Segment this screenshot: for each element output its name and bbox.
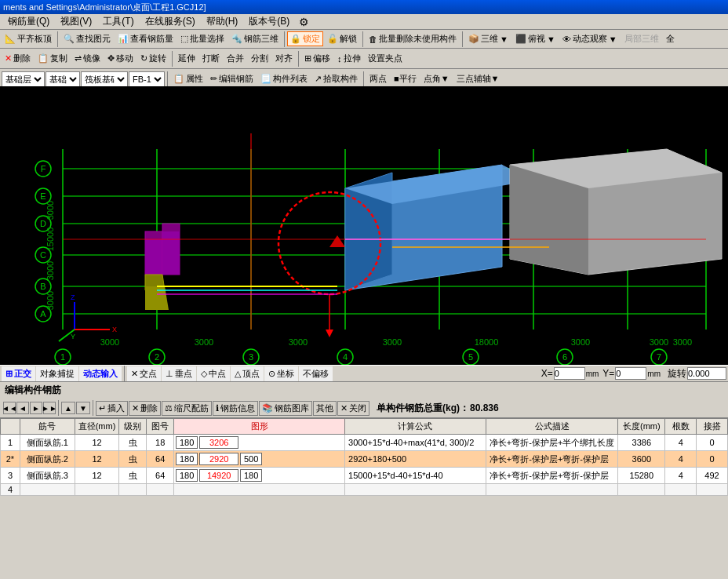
mid-icon: ◇ [201, 369, 207, 379]
nav-last-btn[interactable]: ►► [43, 402, 56, 414]
cell-shape[interactable] [174, 484, 345, 496]
three-point-axis-btn[interactable]: 三点辅轴▼ [453, 71, 503, 86]
merge-btn[interactable]: 合并 [224, 51, 247, 66]
pick-icon: ↗ [315, 74, 322, 84]
move-down-btn[interactable]: ▼ [76, 402, 90, 414]
view-rebar-qty-btn[interactable]: 📊 查看钢筋量 [115, 31, 177, 46]
parallel-btn[interactable]: ■平行 [391, 71, 420, 86]
stretch-btn[interactable]: ↕ 拉伸 [334, 51, 364, 66]
perp-btn[interactable]: ⊥ 垂点 [162, 366, 196, 381]
level-align-btn[interactable]: 📐 平齐板顶 [2, 31, 55, 46]
move-btn[interactable]: ✥ 移动 [104, 51, 136, 66]
svg-text:15000: 15000 [46, 228, 55, 252]
split-btn[interactable]: 分割 [248, 51, 271, 66]
shape-mid[interactable]: 2920 [199, 453, 238, 465]
unlock-btn[interactable]: 🔓 解锁 [324, 31, 360, 46]
shape-left[interactable]: 180 [176, 453, 198, 465]
shape-right[interactable]: 500 [240, 453, 262, 465]
pick-component-btn[interactable]: ↗ 拾取构件 [311, 71, 361, 86]
move-up-btn[interactable]: ▲ [61, 402, 75, 414]
table-row[interactable]: 2*侧面纵筋.212虫6418029205002920+180+500净长+弯折… [1, 451, 728, 468]
canvas-svg: 3000 3000 3000 3000 18000 3000 3000 3000… [0, 86, 728, 365]
insert-rebar-btn[interactable]: ↵ 插入 [96, 401, 128, 416]
top-view-btn[interactable]: ⬛ 俯视▼ [512, 31, 559, 46]
menu-tools[interactable]: 工具(T) [98, 14, 138, 29]
canvas-area[interactable]: 3000 3000 3000 3000 18000 3000 3000 3000… [0, 86, 728, 365]
table-row[interactable]: 1侧面纵筋.112虫1818032063000+15*d-40+max(41*d… [1, 435, 728, 451]
find-element-btn[interactable]: 🔍 查找图元 [60, 31, 114, 46]
mirror-btn[interactable]: ⇌ 镜像 [71, 51, 104, 66]
extend-btn[interactable]: 延伸 [175, 51, 198, 66]
y-input[interactable] [615, 367, 646, 380]
two-point-btn[interactable]: 两点 [366, 71, 390, 86]
edit-rebar-btn[interactable]: ✏ 编辑钢筋 [207, 71, 257, 86]
scale-config-btn[interactable]: ⚖ 缩尺配筋 [162, 401, 212, 416]
layer-select[interactable]: 基础层 [2, 71, 45, 87]
3d-btn[interactable]: 📦 三维▼ [465, 31, 511, 46]
local-3d-btn[interactable]: 局部三维 [621, 31, 662, 46]
x-input[interactable] [554, 367, 585, 380]
delete-btn[interactable]: ✕ 删除 [2, 51, 34, 66]
table-row[interactable]: 4 [1, 484, 728, 496]
component-list-btn[interactable]: 📃 构件列表 [257, 71, 311, 86]
menu-help[interactable]: 帮助(H) [202, 14, 243, 29]
break-btn[interactable]: 打断 [199, 51, 223, 66]
cell-shape[interactable]: 18014920180 [174, 468, 345, 484]
menu-view[interactable]: 视图(V) [56, 14, 96, 29]
ortho-btn[interactable]: ⊞ 正交 [2, 366, 35, 381]
menu-rebar-qty[interactable]: 钢筋量(Q) [3, 14, 54, 29]
vertex-btn[interactable]: △ 顶点 [231, 366, 264, 381]
rotate-input[interactable] [687, 367, 726, 380]
svg-text:5: 5 [468, 352, 473, 362]
full-btn[interactable]: 全 [663, 31, 678, 46]
offset-btn[interactable]: ⊞ 偏移 [301, 51, 333, 66]
nav-first-btn[interactable]: ◄◄ [3, 402, 16, 414]
property-btn[interactable]: 📋 属性 [170, 71, 206, 86]
nav-next-btn[interactable]: ► [30, 402, 42, 414]
other-btn[interactable]: 其他 [313, 401, 337, 416]
shape-left[interactable]: 180 [176, 436, 198, 449]
rebar-lib-btn[interactable]: 📚 钢筋图库 [259, 401, 312, 416]
copy-btn[interactable]: 📋 复制 [35, 51, 71, 66]
delete-rebar-btn[interactable]: ✕ 删除 [129, 401, 161, 416]
shape-right[interactable]: 180 [240, 469, 262, 482]
batch-select-btn[interactable]: ⬚ 批量选择 [177, 31, 228, 46]
cell-count: 4 [665, 468, 697, 484]
mid-btn[interactable]: ◇ 中点 [197, 366, 230, 381]
snap-btn[interactable]: 对象捕捉 [36, 366, 78, 381]
qty-icon: 📊 [118, 34, 129, 44]
coord-btn[interactable]: ⊙ 坐标 [264, 366, 298, 381]
cell-splice: 492 [697, 468, 728, 484]
component-id-select[interactable]: FB-1 [129, 71, 165, 87]
cell-shape[interactable]: 1802920500 [174, 451, 345, 468]
set-grip-btn[interactable]: 设置夹点 [365, 51, 406, 66]
menu-online-services[interactable]: 在线服务(S) [140, 14, 200, 29]
shape-mid[interactable]: 3206 [199, 436, 238, 449]
dynamic-input-btn[interactable]: 动态输入 [79, 366, 122, 381]
svg-text:X: X [112, 326, 117, 333]
lock-btn[interactable]: 🔒 锁定 [287, 31, 323, 46]
intersect-btn[interactable]: ✕ 交点 [127, 366, 161, 381]
component-type-select[interactable]: 筏板基础 [81, 71, 128, 87]
cell-count: 4 [665, 435, 697, 451]
svg-text:3000: 3000 [650, 337, 668, 347]
x-label: X= [541, 368, 553, 379]
table-row[interactable]: 3侧面纵筋.312虫641801492018015000+15*d-40+15*… [1, 468, 728, 484]
no-offset-btn[interactable]: 不偏移 [299, 366, 333, 381]
rebar-3d-btn[interactable]: 🔩 钢筋三维 [228, 31, 282, 46]
align-btn[interactable]: 对齐 [272, 51, 296, 66]
layer-type-select[interactable]: 基础 [46, 71, 80, 87]
cell-name: 侧面纵筋.1 [20, 435, 75, 451]
menu-version[interactable]: 版本号(B) [244, 14, 294, 29]
close-panel-btn[interactable]: ✕ 关闭 [337, 401, 369, 416]
nav-prev-btn[interactable]: ◄ [16, 402, 29, 414]
batch-delete-btn[interactable]: 🗑 批量删除未使用构件 [366, 31, 460, 46]
rebar-table-container[interactable]: 筋号 直径(mm) 级别 图号 图形 计算公式 公式描述 长度(mm) 根数 接… [0, 418, 728, 574]
shape-mid[interactable]: 14920 [199, 469, 238, 482]
cell-shape[interactable]: 1803206 [174, 435, 345, 451]
dot-angle-btn[interactable]: 点角▼ [420, 71, 453, 86]
rotate-btn[interactable]: ↻ 旋转 [137, 51, 169, 66]
rebar-info-btn[interactable]: ℹ 钢筋信息 [213, 401, 258, 416]
shape-left[interactable]: 180 [176, 469, 198, 482]
dynamic-observe-btn[interactable]: 👁 动态观察▼ [559, 31, 621, 46]
